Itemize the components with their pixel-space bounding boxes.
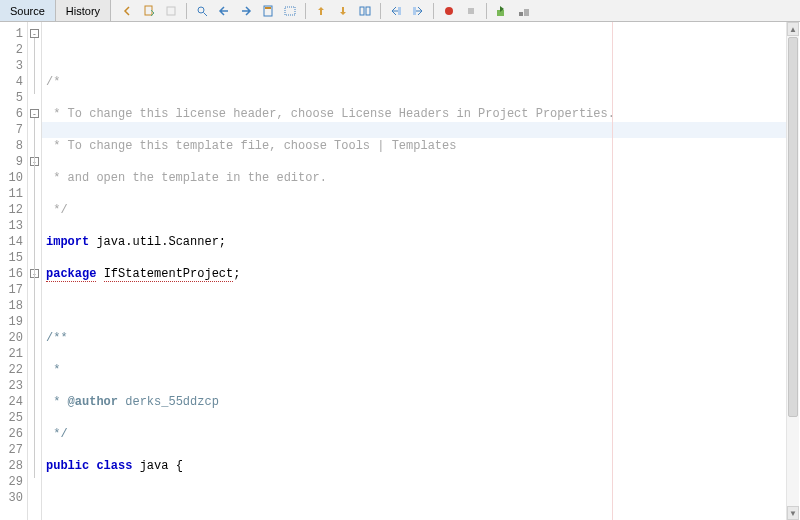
diff-icon[interactable]: [355, 1, 375, 21]
separator: [305, 3, 306, 19]
fold-toggle[interactable]: -: [30, 109, 39, 118]
scroll-up-icon[interactable]: ▲: [787, 22, 799, 36]
svg-rect-13: [519, 12, 523, 16]
code-area[interactable]: /* * To change this license header, choo…: [42, 22, 786, 520]
comment-icon[interactable]: [408, 1, 428, 21]
nav-doc-icon[interactable]: [139, 1, 159, 21]
config-icon[interactable]: [514, 1, 534, 21]
fold-toggle[interactable]: -: [30, 29, 39, 38]
separator: [486, 3, 487, 19]
tab-source-label: Source: [10, 5, 45, 17]
svg-rect-5: [285, 7, 295, 15]
svg-rect-8: [398, 7, 401, 15]
back-icon[interactable]: [214, 1, 234, 21]
select-icon[interactable]: [280, 1, 300, 21]
svg-rect-1: [167, 7, 175, 15]
vertical-scrollbar[interactable]: ▲ ▼: [786, 22, 799, 520]
svg-rect-11: [468, 8, 474, 14]
fold-gutter[interactable]: ----: [28, 22, 42, 520]
svg-point-10: [445, 7, 453, 15]
separator: [380, 3, 381, 19]
nav-prev-icon[interactable]: [117, 1, 137, 21]
bookmark-icon[interactable]: [258, 1, 278, 21]
svg-point-2: [198, 7, 204, 13]
tab-source[interactable]: Source: [0, 0, 56, 21]
forward-icon[interactable]: [236, 1, 256, 21]
nav-next-icon[interactable]: [161, 1, 181, 21]
uncomment-icon[interactable]: [386, 1, 406, 21]
margin-guide: [612, 22, 613, 520]
stop-macro-icon[interactable]: [461, 1, 481, 21]
svg-rect-7: [366, 7, 370, 15]
separator: [433, 3, 434, 19]
tab-history[interactable]: History: [56, 0, 111, 21]
current-line-highlight: [42, 122, 786, 138]
shift-down-icon[interactable]: [333, 1, 353, 21]
line-number-gutter[interactable]: 1234567891011121314151617181920212223242…: [0, 22, 28, 520]
record-macro-icon[interactable]: [439, 1, 459, 21]
shift-up-icon[interactable]: [311, 1, 331, 21]
svg-rect-6: [360, 7, 364, 15]
find-icon[interactable]: [192, 1, 212, 21]
svg-rect-9: [413, 7, 416, 15]
svg-rect-14: [524, 9, 529, 16]
scrollbar-thumb[interactable]: [788, 37, 798, 417]
tab-history-label: History: [66, 5, 100, 17]
editor-toolbar: [111, 0, 534, 21]
svg-rect-4: [265, 7, 271, 9]
scroll-down-icon[interactable]: ▼: [787, 506, 799, 520]
separator: [186, 3, 187, 19]
run-icon[interactable]: [492, 1, 512, 21]
